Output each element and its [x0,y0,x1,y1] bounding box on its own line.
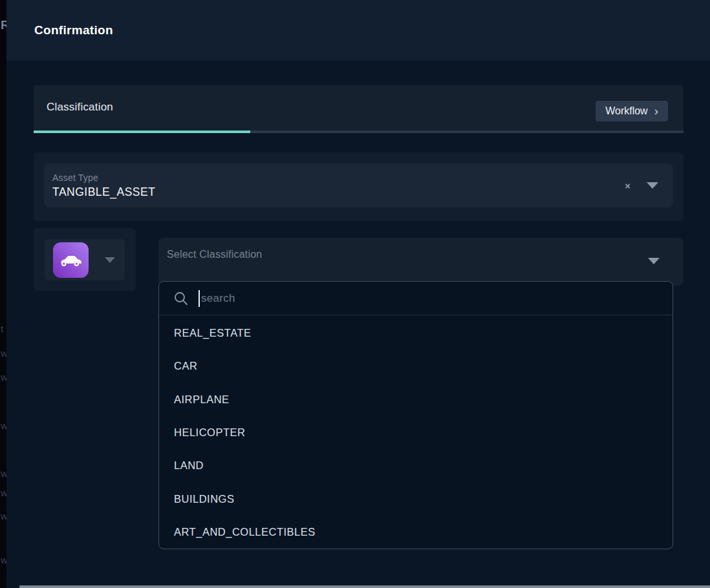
classification-select[interactable]: Select Classification [158,238,683,286]
dropdown-option-label: BUILDINGS [174,493,234,505]
background-text-fragment: t [1,323,3,334]
dropdown-option[interactable]: ART_AND_COLLECTIBLES [159,516,672,549]
dropdown-option[interactable]: CAR [159,350,672,383]
asset-type-select[interactable]: Asset Type TANGIBLE_ASSET × [44,163,673,207]
icon-picker-section [34,228,136,291]
car-icon [59,251,83,268]
dropdown-option[interactable]: LAND [159,449,672,482]
asset-type-section: Asset Type TANGIBLE_ASSET × [34,152,683,221]
background-text-fragment: w [1,420,6,431]
dropdown-option-label: LAND [174,459,204,472]
tab-underline-track [34,131,683,133]
background-text-fragment: w [1,487,6,498]
screen: Rtwwwwwww Confirmation Classification Wo… [0,0,710,588]
confirmation-modal: Confirmation Classification Workflow › A… [6,0,710,588]
workflow-button[interactable]: Workflow › [596,101,668,121]
workflow-button-label: Workflow [605,105,648,117]
dropdown-option[interactable]: AIRPLANE [159,383,672,416]
icon-picker[interactable] [45,239,125,280]
dropdown-option-label: HELICOPTER [174,426,245,439]
modal-header: Confirmation [6,0,710,61]
tab-bar: Classification Workflow › [34,85,683,133]
asset-type-label: Asset Type [52,173,155,183]
search-row [159,282,672,315]
search-input[interactable] [200,292,660,305]
classification-dropdown-panel: REAL_ESTATE CAR AIRPLANE HELICOPTER LAND… [158,281,673,549]
asset-type-controls: × [625,181,673,191]
background-text-fragment: w [1,554,6,565]
tab-classification[interactable]: Classification [47,101,113,114]
chevron-right-icon: › [654,105,658,117]
dropdown-arrow-icon[interactable] [648,258,660,264]
classification-select-placeholder: Select Classification [167,249,262,260]
clear-icon[interactable]: × [625,181,630,191]
background-page-sliver: Rtwwwwwww [0,0,6,588]
asset-type-value: TANGIBLE_ASSET [52,185,155,199]
search-icon [173,291,189,306]
background-text-fragment: R [1,18,6,32]
dropdown-arrow-icon[interactable] [647,182,658,189]
background-text-fragment: w [1,372,6,383]
dropdown-option[interactable]: BUILDINGS [159,482,672,515]
car-icon-tile[interactable] [53,242,89,278]
background-text-fragment: w [1,468,6,479]
dropdown-option[interactable]: HELICOPTER [159,416,672,449]
icon-picker-arrow-icon[interactable] [105,257,115,263]
active-tab-underline [34,131,250,133]
background-text-fragment: w [1,510,6,521]
dropdown-option-label: CAR [174,360,197,372]
asset-type-texts: Asset Type TANGIBLE_ASSET [44,173,155,199]
modal-title: Confirmation [34,23,113,37]
dropdown-option-label: ART_AND_COLLECTIBLES [174,526,316,538]
bottom-divider [19,585,710,588]
dropdown-option-label: AIRPLANE [174,394,230,406]
dropdown-option[interactable]: REAL_ESTATE [159,317,672,350]
dropdown-option-label: REAL_ESTATE [174,327,252,339]
background-text-fragment: w [1,348,6,359]
dropdown-options-list: REAL_ESTATE CAR AIRPLANE HELICOPTER LAND… [159,315,672,549]
